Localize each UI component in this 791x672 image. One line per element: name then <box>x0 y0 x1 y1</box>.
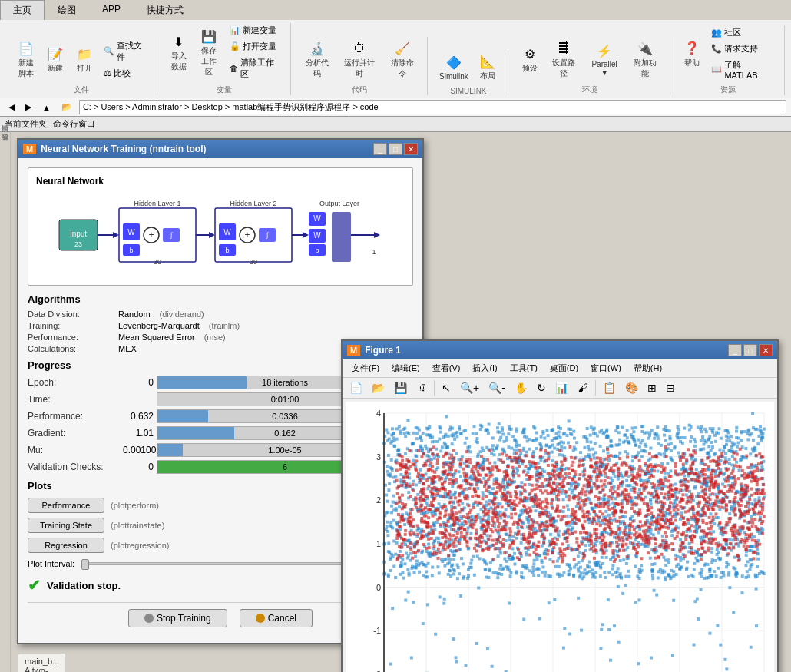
plot-interval-slider[interactable] <box>81 562 372 565</box>
training-state-plot-button[interactable]: Training State <box>28 518 104 533</box>
performance-plot-button[interactable]: Performance <box>28 498 104 513</box>
fig-zoom-out-button[interactable]: 🔍- <box>485 379 509 396</box>
new-script-button[interactable]: 📄 新建脚本 <box>12 37 40 81</box>
new-var-button[interactable]: 📊 新建变量 <box>226 23 284 38</box>
clear-workspace-button[interactable]: 🗑 清除工作区 <box>226 55 284 81</box>
fig-pan-button[interactable]: ✋ <box>511 379 531 396</box>
valcheck-label: Validation Checks: <box>28 462 120 472</box>
addon-button[interactable]: 🔌 附加功能 <box>627 37 664 81</box>
open-button[interactable]: 📁 打开 <box>71 42 98 76</box>
layout-button[interactable]: 📐 布局 <box>474 50 501 84</box>
nav-browse-button[interactable]: 📂 <box>58 101 76 114</box>
figure-close-button[interactable]: ✕ <box>759 344 773 356</box>
fig-grid-button[interactable]: ⊞ <box>644 379 660 396</box>
nav-forward-button[interactable]: ▶ <box>22 101 35 114</box>
parallel-button[interactable]: ⚡ Parallel ▼ <box>584 39 625 79</box>
current-folder-label[interactable]: 当前文件夹 <box>5 118 47 130</box>
compare-button[interactable]: ⚖ 比较 <box>100 66 151 81</box>
fig-subplot-button[interactable]: ⊟ <box>662 379 679 396</box>
figure-restore-button[interactable]: □ <box>743 344 757 356</box>
request-support-label: 请求支持 <box>724 43 758 55</box>
analyze-label: 分析代码 <box>303 58 333 79</box>
fig-pointer-button[interactable]: ↖ <box>438 379 455 396</box>
svg-text:b: b <box>225 247 229 254</box>
fig-colorbar-button[interactable]: 🎨 <box>621 379 642 396</box>
training-algo-value: Levenberg-Marquardt <box>118 321 200 330</box>
figure-menu-edit[interactable]: 编辑(E) <box>386 361 426 376</box>
figure-menu-tools[interactable]: 工具(T) <box>504 361 544 376</box>
help-button[interactable]: ❓ 帮助 <box>678 37 706 71</box>
community-button[interactable]: 👥 社区 <box>707 25 778 40</box>
cancel-button[interactable]: Cancel <box>240 609 313 627</box>
training-state-plot-label: (plottrainstate) <box>111 521 164 530</box>
tab-plot[interactable]: 绘图 <box>45 0 89 20</box>
figure-menu-insert[interactable]: 插入(I) <box>466 361 503 376</box>
nav-back-button[interactable]: ◀ <box>5 101 18 114</box>
clear-cmd-button[interactable]: 🧹 清除命令 <box>383 37 421 81</box>
new-button[interactable]: 📝 新建 <box>41 42 69 76</box>
nn-diagram-svg: Input 23 Hidden Layer 1 W <box>55 197 386 273</box>
figure-menu-window[interactable]: 窗口(W) <box>584 361 627 376</box>
preset-button[interactable]: ⚙ 预设 <box>516 42 544 76</box>
fig-zoom-in-button[interactable]: 🔍+ <box>456 379 483 396</box>
simulink-label: Simulink <box>439 72 468 81</box>
cmd-window-label[interactable]: 命令行窗口 <box>53 118 95 130</box>
figure-menu-view[interactable]: 查看(V) <box>426 361 467 376</box>
help-label: 帮助 <box>684 58 700 68</box>
save-workspace-button[interactable]: 💾 保存工作区 <box>194 25 224 80</box>
analyze-code-button[interactable]: 🔬 分析代码 <box>299 37 336 81</box>
fig-new-button[interactable]: 📄 <box>346 379 366 396</box>
valcheck-val: 0 <box>123 462 154 472</box>
figure-minimize-button[interactable]: _ <box>728 344 742 356</box>
nav-up-button[interactable]: ▲ <box>38 101 55 114</box>
svg-text:b: b <box>129 247 133 254</box>
fig-legend-button[interactable]: 📋 <box>599 379 620 396</box>
minimize-button[interactable]: _ <box>373 143 387 155</box>
run-timed-button[interactable]: ⏱ 运行并计时 <box>337 37 382 81</box>
restore-button[interactable]: □ <box>389 143 402 155</box>
fig-print-button[interactable]: 🖨 <box>412 379 431 396</box>
fig-open-button[interactable]: 📂 <box>368 379 389 396</box>
stop-training-button[interactable]: Stop Training <box>128 609 227 627</box>
regression-plot-button[interactable]: Regression <box>28 538 104 553</box>
tab-shortcut[interactable]: 快捷方式 <box>134 0 197 20</box>
fig-brush-button[interactable]: 🖌 <box>574 379 592 396</box>
fig-toolbar-sep2 <box>595 380 596 396</box>
group-resource: ❓ 帮助 👥 社区 📞 请求支持 📖 了解 MATLAB <box>672 25 785 95</box>
tab-app[interactable]: APP <box>89 0 134 20</box>
figure-menu-file[interactable]: 文件(F) <box>346 361 386 376</box>
fig-data-cursor-button[interactable]: 📊 <box>551 379 572 396</box>
group-env-label: 环境 <box>516 84 664 95</box>
svg-text:W: W <box>223 228 231 237</box>
group-simulink-label: SIMULINK <box>435 87 501 95</box>
nn-diagram: Input 23 Hidden Layer 1 W <box>36 193 405 277</box>
slider-thumb[interactable] <box>81 559 89 570</box>
find-files-button[interactable]: 🔍 查找文件 <box>100 38 151 65</box>
figure-menu-help[interactable]: 帮助(H) <box>627 361 668 376</box>
svg-marker-17 <box>209 232 215 238</box>
cancel-label: Cancel <box>268 613 296 624</box>
set-path-icon: 🛤 <box>554 39 573 58</box>
figure-menu-desktop[interactable]: 桌面(D) <box>544 361 584 376</box>
perf-algo-value: Mean Squared Error <box>118 333 195 342</box>
svg-text:W: W <box>313 231 321 240</box>
open-var-button[interactable]: 🔓 打开变量 <box>226 39 284 54</box>
figure1-title-text: Figure 1 <box>365 345 401 356</box>
analyze-icon: 🔬 <box>308 39 326 58</box>
set-path-button[interactable]: 🛤 设置路径 <box>545 37 582 81</box>
fig-save-button[interactable]: 💾 <box>390 379 411 396</box>
close-button[interactable]: ✕ <box>404 143 418 155</box>
simulink-button[interactable]: 🔷 Simulink <box>435 51 472 83</box>
import-data-button[interactable]: ⬇ 导入数据 <box>165 30 193 74</box>
chart-area <box>346 402 774 672</box>
path-bar[interactable]: C: > Users > Administrator > Desktop > m… <box>79 100 786 114</box>
tab-home[interactable]: 主页 <box>0 0 45 20</box>
request-support-button[interactable]: 📞 请求支持 <box>707 41 778 56</box>
new-icon: 📝 <box>46 45 65 63</box>
learn-matlab-button[interactable]: 📖 了解 MATLAB <box>707 58 778 81</box>
matlab-icon: M <box>23 144 36 154</box>
interval-label: Plot Interval: <box>28 559 74 568</box>
fig-rotate-button[interactable]: ↻ <box>533 379 550 396</box>
group-file: 📄 新建脚本 📝 新建 📁 打开 🔍 查找文件 <box>6 37 157 95</box>
data-division-value: Random <box>118 310 151 319</box>
